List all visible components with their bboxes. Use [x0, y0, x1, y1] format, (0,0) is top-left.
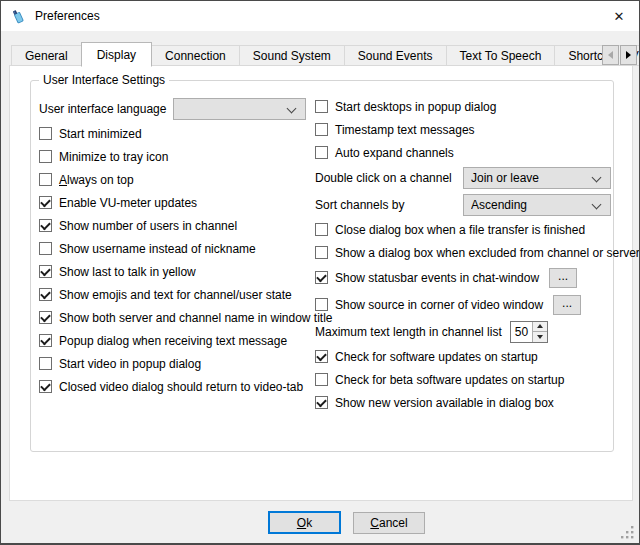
setting-row: Start desktops in popup dialog [315, 95, 611, 118]
setting-row: Show new version available in dialog box [315, 391, 611, 414]
spin-up-button[interactable] [532, 322, 547, 332]
setting-label: Popup dialog when receiving text message [59, 334, 287, 348]
settings-column-right: Start desktops in popup dialogTimestamp … [315, 95, 611, 414]
setting-label: Auto expand channels [335, 146, 454, 160]
app-icon [10, 8, 27, 25]
setting-row: Check for beta software updates on start… [315, 368, 611, 391]
tab-general[interactable]: General [11, 45, 82, 66]
tab-strip: GeneralDisplayConnectionSound SystemSoun… [11, 43, 633, 66]
setting-row: User interface language [39, 95, 311, 122]
combobox-sort-channels-by[interactable]: Ascending [463, 194, 611, 216]
setting-label: Double click on a channel [315, 171, 463, 185]
setting-row: Enable VU-meter updates [39, 191, 311, 214]
tab-scroll-left-button[interactable] [602, 45, 619, 65]
setting-label: Sort channels by [315, 198, 463, 212]
tab-sound-system[interactable]: Sound System [239, 45, 345, 66]
ok-button[interactable]: Ok [268, 511, 341, 534]
checkbox-timestamp-text-messages[interactable] [315, 123, 328, 136]
tab-scroll-right-button[interactable] [620, 45, 637, 65]
setting-label: Check for beta software updates on start… [335, 373, 564, 387]
setting-row: Check for software updates on startup [315, 345, 611, 368]
user-interface-settings-group: User Interface Settings User interface l… [30, 80, 614, 452]
checkbox-show-username-instead-of-nickname[interactable] [39, 242, 52, 255]
tab-label: Connection [165, 49, 226, 63]
tab-display[interactable]: Display [81, 42, 152, 67]
checkbox-start-video-in-popup-dialog[interactable] [39, 357, 52, 370]
checkbox-check-for-beta-software-updates-on-startup[interactable] [315, 373, 328, 386]
arrow-right-icon [626, 51, 631, 59]
setting-label: Always on top [59, 173, 134, 187]
setting-label: Check for software updates on startup [335, 350, 538, 364]
spinbox-maximum-text-length-in-channel-list[interactable]: 50 [510, 321, 548, 343]
checkbox-show-a-dialog-box-when-excluded-from-channel-or-server[interactable] [315, 246, 328, 259]
setting-label: Start desktops in popup dialog [335, 100, 496, 114]
checkbox-show-last-to-talk-in-yellow[interactable] [39, 265, 52, 278]
combobox-double-click-on-a-channel[interactable]: Join or leave [463, 167, 611, 189]
checkbox-show-number-of-users-in-channel[interactable] [39, 219, 52, 232]
tab-text-to-speech[interactable]: Text To Speech [446, 45, 556, 66]
setting-label: Close dialog box when a file transfer is… [335, 223, 585, 237]
titlebar: Preferences ✕ [1, 1, 639, 31]
setting-label: Show both server and channel name in win… [59, 311, 333, 325]
setting-label: Show last to talk in yellow [59, 265, 196, 279]
setting-label: Show a dialog box when excluded from cha… [335, 246, 640, 260]
tab-label: General [25, 49, 68, 63]
setting-row: Show emojis and text for channel/user st… [39, 283, 311, 306]
tab-label: Sound System [253, 49, 331, 63]
checkbox-show-both-server-and-channel-name-in-window-title[interactable] [39, 311, 52, 324]
checkbox-show-statusbar-events-in-chat-window[interactable] [315, 271, 328, 284]
checkbox-show-emojis-and-text-for-channel-user-state[interactable] [39, 288, 52, 301]
setting-label: Minimize to tray icon [59, 150, 168, 164]
combobox-value: Ascending [471, 198, 527, 212]
tab-connection[interactable]: Connection [151, 45, 240, 66]
setting-row: Start minimized [39, 122, 311, 145]
checkbox-show-new-version-available-in-dialog-box[interactable] [315, 396, 328, 409]
checkbox-minimize-to-tray-icon[interactable] [39, 150, 52, 163]
cancel-button[interactable]: Cancel [353, 512, 425, 534]
window-title: Preferences [35, 9, 100, 23]
checkbox-popup-dialog-when-receiving-text-message[interactable] [39, 334, 52, 347]
checkbox-show-source-in-corner-of-video-window[interactable] [315, 298, 328, 311]
setting-row: Always on top [39, 168, 311, 191]
setting-row: Show number of users in channel [39, 214, 311, 237]
setting-row: Auto expand channels [315, 141, 611, 164]
setting-label: Show number of users in channel [59, 219, 237, 233]
setting-row: Popup dialog when receiving text message [39, 329, 311, 352]
setting-label: Show new version available in dialog box [335, 396, 554, 410]
setting-label: Closed video dialog should return to vid… [59, 380, 303, 394]
settings-column-left: User interface languageStart minimizedMi… [39, 95, 311, 398]
setting-row: Show a dialog box when excluded from cha… [315, 241, 611, 264]
tab-sound-events[interactable]: Sound Events [344, 45, 447, 66]
group-title: User Interface Settings [39, 73, 169, 87]
setting-label: Show statusbar events in chat-window [335, 271, 539, 285]
checkbox-start-minimized[interactable] [39, 127, 52, 140]
tab-scroller [601, 45, 637, 65]
combobox-user-interface-language[interactable] [173, 98, 306, 120]
setting-label: Start video in popup dialog [59, 357, 201, 371]
setting-label: Show username instead of nickname [59, 242, 256, 256]
setting-row: Show source in corner of video window... [315, 291, 611, 318]
ellipsis-button-show-statusbar-events-in-chat-window[interactable]: ... [549, 268, 577, 288]
setting-row: Minimize to tray icon [39, 145, 311, 168]
checkbox-closed-video-dialog-should-return-to-video-tab[interactable] [39, 380, 52, 393]
ellipsis-button-show-source-in-corner-of-video-window[interactable]: ... [553, 295, 581, 315]
setting-row: Show both server and channel name in win… [39, 306, 311, 329]
checkbox-enable-vu-meter-updates[interactable] [39, 196, 52, 209]
setting-label: User interface language [39, 102, 173, 116]
close-button[interactable]: ✕ [599, 1, 639, 31]
setting-row: Show last to talk in yellow [39, 260, 311, 283]
checkbox-auto-expand-channels[interactable] [315, 146, 328, 159]
setting-label: Enable VU-meter updates [59, 196, 197, 210]
checkbox-check-for-software-updates-on-startup[interactable] [315, 350, 328, 363]
setting-label: Start minimized [59, 127, 142, 141]
setting-row: Start video in popup dialog [39, 352, 311, 375]
checkbox-start-desktops-in-popup-dialog[interactable] [315, 100, 328, 113]
spin-down-button[interactable] [532, 331, 547, 342]
setting-row: Timestamp text messages [315, 118, 611, 141]
resize-grip[interactable] [621, 526, 634, 539]
setting-label: Show emojis and text for channel/user st… [59, 288, 292, 302]
checkbox-close-dialog-box-when-a-file-transfer-is-finished[interactable] [315, 223, 328, 236]
spinbox-value: 50 [511, 322, 532, 342]
checkbox-always-on-top[interactable] [39, 173, 52, 186]
setting-row: Show statusbar events in chat-window... [315, 264, 611, 291]
